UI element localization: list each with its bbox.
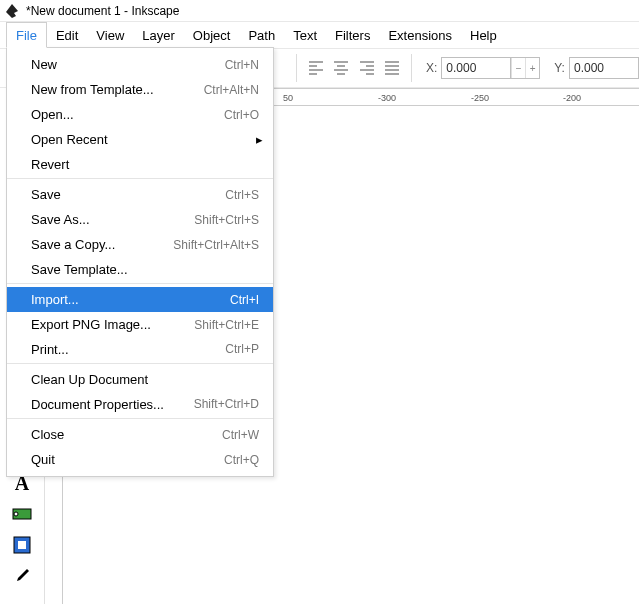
menu-item-label: Export PNG Image... [31, 317, 194, 332]
file-menu-item-save[interactable]: SaveCtrl+S [7, 182, 273, 207]
toolbar-separator [296, 54, 297, 82]
menu-item-accelerator: Ctrl+O [224, 108, 259, 122]
file-menu-item-save-as[interactable]: Save As...Shift+Ctrl+S [7, 207, 273, 232]
align-justify-button[interactable] [380, 54, 406, 82]
ruler-tick: 50 [283, 93, 293, 103]
minus-icon[interactable]: − [511, 58, 525, 78]
coord-y-input[interactable] [569, 57, 639, 79]
menu-item-label: New from Template... [31, 82, 204, 97]
menu-item-accelerator: Ctrl+S [225, 188, 259, 202]
coord-y-label: Y: [554, 61, 565, 75]
coord-x-group: X: −+ [422, 57, 540, 79]
menubar: File Edit View Layer Object Path Text Fi… [0, 22, 639, 48]
menu-item-label: Open Recent [31, 132, 259, 147]
coord-y-group: Y: [550, 57, 639, 79]
titlebar: *New document 1 - Inkscape [0, 0, 639, 22]
file-menu-item-open[interactable]: Open...Ctrl+O [7, 102, 273, 127]
menu-item-label: Import... [31, 292, 230, 307]
menu-item-label: Save [31, 187, 225, 202]
menu-item-accelerator: Shift+Ctrl+D [194, 397, 259, 411]
menu-extensions[interactable]: Extensions [379, 22, 461, 48]
menu-view[interactable]: View [87, 22, 133, 48]
menu-item-accelerator: Ctrl+Q [224, 453, 259, 467]
coord-x-label: X: [426, 61, 437, 75]
dropper-tool[interactable] [3, 561, 41, 591]
menu-item-accelerator: Ctrl+P [225, 342, 259, 356]
menu-layer[interactable]: Layer [133, 22, 184, 48]
menu-item-accelerator: Shift+Ctrl+Alt+S [173, 238, 259, 252]
menu-item-label: New [31, 57, 225, 72]
gradient-tool[interactable] [3, 499, 41, 529]
file-menu-item-document-properties[interactable]: Document Properties...Shift+Ctrl+D [7, 392, 273, 419]
menu-item-accelerator: Shift+Ctrl+E [194, 318, 259, 332]
coord-x-spinner[interactable]: −+ [511, 57, 540, 79]
file-menu-item-print[interactable]: Print...Ctrl+P [7, 337, 273, 364]
file-menu-item-revert[interactable]: Revert [7, 152, 273, 179]
menu-edit[interactable]: Edit [47, 22, 87, 48]
align-right-button[interactable] [354, 54, 380, 82]
menu-item-accelerator: Ctrl+W [222, 428, 259, 442]
toolbar-separator [411, 54, 412, 82]
file-menu-item-save-template[interactable]: Save Template... [7, 257, 273, 284]
menu-item-label: Print... [31, 342, 225, 357]
coord-x-input[interactable] [441, 57, 511, 79]
menu-filters[interactable]: Filters [326, 22, 379, 48]
menu-item-label: Save As... [31, 212, 194, 227]
menu-item-label: Document Properties... [31, 397, 194, 412]
menu-item-label: Save a Copy... [31, 237, 173, 252]
menu-item-accelerator: Shift+Ctrl+S [194, 213, 259, 227]
menu-item-label: Close [31, 427, 222, 442]
file-menu-item-export-png-image[interactable]: Export PNG Image...Shift+Ctrl+E [7, 312, 273, 337]
menu-file[interactable]: File [6, 22, 47, 48]
file-menu-item-new[interactable]: NewCtrl+N [7, 52, 273, 77]
file-menu-item-save-a-copy[interactable]: Save a Copy...Shift+Ctrl+Alt+S [7, 232, 273, 257]
ruler-tick: -200 [563, 93, 581, 103]
menu-item-accelerator: Ctrl+I [230, 293, 259, 307]
svg-rect-3 [18, 541, 26, 549]
file-menu-dropdown: NewCtrl+NNew from Template...Ctrl+Alt+NO… [6, 47, 274, 477]
menu-item-label: Quit [31, 452, 224, 467]
inkscape-logo-icon [4, 3, 20, 19]
file-menu-item-import[interactable]: Import...Ctrl+I [7, 287, 273, 312]
menu-item-label: Open... [31, 107, 224, 122]
file-menu-item-quit[interactable]: QuitCtrl+Q [7, 447, 273, 472]
align-left-button[interactable] [303, 54, 329, 82]
menu-item-label: Clean Up Document [31, 372, 259, 387]
file-menu-item-close[interactable]: CloseCtrl+W [7, 422, 273, 447]
menu-item-accelerator: Ctrl+N [225, 58, 259, 72]
svg-point-1 [14, 512, 18, 516]
node-tool[interactable] [3, 530, 41, 560]
menu-item-label: Revert [31, 157, 259, 172]
file-menu-item-clean-up-document[interactable]: Clean Up Document [7, 367, 273, 392]
ruler-tick: -250 [471, 93, 489, 103]
menu-help[interactable]: Help [461, 22, 506, 48]
align-center-button[interactable] [328, 54, 354, 82]
file-menu-item-new-from-template[interactable]: New from Template...Ctrl+Alt+N [7, 77, 273, 102]
chevron-right-icon: ▸ [256, 132, 263, 147]
menu-object[interactable]: Object [184, 22, 240, 48]
menu-item-label: Save Template... [31, 262, 259, 277]
plus-icon[interactable]: + [525, 58, 539, 78]
file-menu-item-open-recent[interactable]: Open Recent▸ [7, 127, 273, 152]
window-title: *New document 1 - Inkscape [26, 4, 179, 18]
ruler-tick: -300 [378, 93, 396, 103]
menu-item-accelerator: Ctrl+Alt+N [204, 83, 259, 97]
menu-path[interactable]: Path [239, 22, 284, 48]
menu-text[interactable]: Text [284, 22, 326, 48]
